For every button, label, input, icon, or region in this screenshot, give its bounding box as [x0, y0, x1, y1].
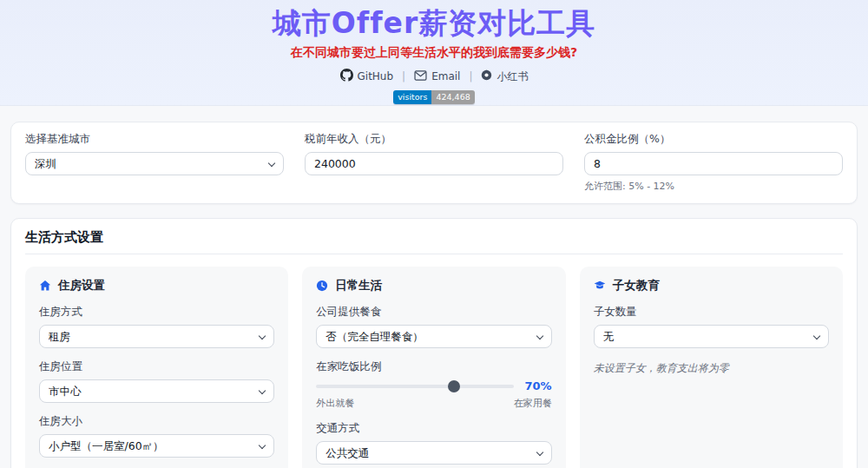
daily-life-card-header: 日常生活	[316, 278, 551, 293]
base-city-label: 选择基准城市	[25, 132, 284, 147]
eat-home-label: 在家用餐	[514, 397, 552, 410]
home-cooking-slider-row: 70%	[316, 379, 551, 392]
transport-label: 交通方式	[316, 421, 551, 436]
housing-fund-input[interactable]	[584, 152, 843, 175]
daily-life-card-title: 日常生活	[335, 278, 382, 293]
home-cooking-slider-thumb[interactable]	[448, 380, 460, 392]
housing-fund-hint: 允许范围: 5% - 12%	[584, 180, 843, 193]
home-cooking-end-labels: 外出就餐 在家用餐	[316, 397, 551, 410]
transport-select[interactable]: 公共交通	[316, 441, 551, 465]
xiaohongshu-link[interactable]: 小红书	[481, 69, 528, 84]
field-base-city: 选择基准城市 深圳	[25, 132, 284, 193]
base-parameters-card: 选择基准城市 深圳 税前年收入（元） 公积金比例（%） 允许范围: 5% - 1…	[10, 122, 858, 204]
housing-size-select[interactable]: 小户型（一居室/60㎡）	[39, 434, 274, 458]
eat-out-label: 外出就餐	[316, 397, 354, 410]
children-count-select[interactable]: 无	[594, 325, 829, 348]
xiaohongshu-link-label: 小红书	[496, 69, 528, 84]
email-link[interactable]: Email	[414, 70, 460, 83]
housing-settings-card: 住房设置 住房方式 租房 住房位置 市中心 住房大小 小户型（一居室/60㎡）	[25, 267, 288, 468]
children-education-card-header: 子女教育	[594, 278, 829, 293]
house-icon	[39, 280, 51, 292]
home-cooking-slider[interactable]	[316, 385, 513, 388]
header-links: GitHub | Email | 小红书	[0, 69, 868, 84]
annual-income-input[interactable]	[305, 152, 563, 175]
children-education-card: 子女教育 子女数量 无 未设置子女，教育支出将为零	[580, 267, 843, 468]
email-icon	[414, 70, 427, 83]
lifestyle-settings-card: 生活方式设置 住房设置 住房方式 租房 住房位置 市中心	[10, 218, 858, 468]
field-housing-fund: 公积金比例（%） 允许范围: 5% - 12%	[584, 132, 843, 193]
children-education-note: 未设置子女，教育支出将为零	[594, 361, 829, 376]
github-link-label: GitHub	[358, 70, 394, 82]
email-link-label: Email	[431, 70, 460, 82]
housing-size-label: 住房大小	[39, 414, 274, 429]
home-cooking-label: 在家吃饭比例	[316, 359, 551, 374]
housing-fund-label: 公积金比例（%）	[584, 132, 843, 147]
company-meals-label: 公司提供餐食	[316, 305, 551, 320]
housing-location-label: 住房位置	[39, 359, 274, 374]
home-cooking-value: 70%	[523, 379, 552, 392]
base-city-select[interactable]: 深圳	[25, 152, 284, 175]
housing-location-select[interactable]: 市中心	[39, 379, 274, 403]
visitors-badge-count: 424,468	[431, 90, 474, 104]
page-subtitle: 在不同城市要过上同等生活水平的我到底需要多少钱?	[0, 45, 868, 61]
housing-type-label: 住房方式	[39, 305, 274, 320]
housing-type-select[interactable]: 租房	[39, 325, 274, 348]
daily-life-card: 日常生活 公司提供餐食 否（完全自理餐食） 在家吃饭比例 70% 外出就餐 在家…	[302, 267, 565, 468]
company-meals-select[interactable]: 否（完全自理餐食）	[316, 325, 551, 348]
housing-card-title: 住房设置	[58, 278, 105, 293]
children-education-card-title: 子女教育	[613, 278, 660, 293]
children-count-label: 子女数量	[594, 305, 829, 320]
graduation-cap-icon	[594, 280, 606, 292]
visitors-badge-label: visitors	[393, 90, 431, 104]
field-annual-income: 税前年收入（元）	[305, 132, 563, 193]
github-icon	[340, 69, 353, 84]
housing-card-header: 住房设置	[39, 278, 274, 293]
main-content: 选择基准城市 深圳 税前年收入（元） 公积金比例（%） 允许范围: 5% - 1…	[0, 122, 868, 468]
lifestyle-cards-row: 住房设置 住房方式 租房 住房位置 市中心 住房大小 小户型（一居室/60㎡）	[25, 267, 843, 468]
annual-income-label: 税前年收入（元）	[305, 132, 563, 147]
github-link[interactable]: GitHub	[340, 69, 394, 84]
link-separator: |	[402, 70, 405, 82]
xiaohongshu-icon	[481, 69, 492, 83]
page-title: 城市Offer薪资对比工具	[0, 8, 868, 39]
page-header: 城市Offer薪资对比工具 在不同城市要过上同等生活水平的我到底需要多少钱? G…	[0, 0, 868, 106]
link-separator: |	[469, 70, 472, 82]
visitors-badge: visitors 424,468	[393, 90, 475, 104]
clock-icon	[316, 280, 328, 292]
lifestyle-section-title: 生活方式设置	[25, 229, 843, 254]
